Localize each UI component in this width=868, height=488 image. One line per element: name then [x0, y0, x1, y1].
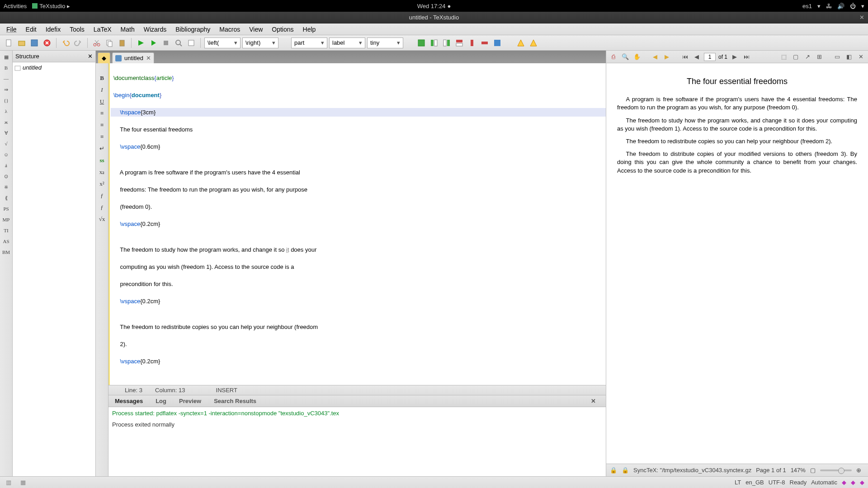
table-icon[interactable]	[416, 38, 427, 48]
label-combo[interactable]: label	[329, 38, 365, 48]
st-17[interactable]: AS	[1, 237, 12, 246]
structure-root[interactable]: untitled	[13, 62, 95, 73]
last-page-icon[interactable]: ⏭	[742, 52, 751, 61]
menu-idefix[interactable]: Idefix	[41, 24, 65, 35]
msgtab-search[interactable]: Search Results	[208, 398, 263, 404]
warn1-icon[interactable]	[515, 38, 526, 48]
back-icon[interactable]: ◀	[651, 52, 660, 61]
prev-page-icon[interactable]: ◀	[692, 52, 701, 61]
stop-icon[interactable]	[160, 38, 171, 48]
superscript-button[interactable]: x²	[97, 180, 108, 188]
menu-tools[interactable]: Tools	[65, 24, 89, 35]
preview-close-icon[interactable]: ✕	[856, 52, 865, 61]
view-pdf-icon[interactable]	[173, 38, 184, 48]
st-4[interactable]: {}	[1, 96, 12, 105]
build-icon[interactable]	[135, 38, 146, 48]
st-18[interactable]: BM	[1, 248, 12, 257]
structure-close-icon[interactable]: ✕	[88, 53, 93, 60]
clock[interactable]: Wed 17:24	[417, 3, 446, 9]
st-9[interactable]: ☺	[1, 150, 12, 159]
col-left-icon[interactable]	[429, 38, 439, 48]
view-log-icon[interactable]	[186, 38, 197, 48]
warn2-icon[interactable]	[528, 38, 539, 48]
dock-icon[interactable]: ◧	[844, 52, 854, 61]
st-7[interactable]: ∀	[1, 128, 12, 137]
menu-wizards[interactable]: Wizards	[139, 24, 171, 35]
encoding-indicator[interactable]: UTF-8	[769, 479, 785, 486]
col-right-icon[interactable]	[441, 38, 452, 48]
st-15[interactable]: MP	[1, 215, 12, 224]
open-icon[interactable]	[16, 38, 27, 48]
align-center-button[interactable]: ≡	[97, 121, 108, 129]
menu-math[interactable]: Math	[116, 24, 139, 35]
delrow-icon[interactable]	[479, 38, 490, 48]
left-bracket-combo[interactable]: \left(	[204, 38, 241, 48]
merge-icon[interactable]	[492, 38, 503, 48]
lang-indicator[interactable]: en_GB	[745, 479, 764, 486]
fit-width-icon[interactable]: ⬚	[779, 52, 788, 61]
first-page-icon[interactable]: ⏮	[680, 52, 689, 61]
menu-file[interactable]: File	[2, 24, 21, 35]
st-16[interactable]: TI	[1, 226, 12, 235]
menu-bibliography[interactable]: Bibliography	[171, 24, 215, 35]
activities[interactable]: Activities	[4, 3, 27, 9]
save-icon[interactable]	[29, 38, 40, 48]
dfrac-button[interactable]: ƒ	[97, 203, 108, 211]
st-5[interactable]: λ	[1, 107, 12, 116]
align-right-button[interactable]: ≡	[97, 133, 108, 141]
layout2-icon[interactable]: ▦	[18, 479, 28, 487]
tiny-combo[interactable]: tiny	[367, 38, 403, 48]
st-8[interactable]: √	[1, 139, 12, 148]
st-3[interactable]: ⇒	[1, 85, 12, 94]
st-14[interactable]: PS	[1, 204, 12, 213]
subscript-button[interactable]: x₂	[97, 168, 108, 176]
msgtab-messages[interactable]: Messages	[108, 398, 149, 404]
bookmark3-icon[interactable]: ◆	[860, 479, 864, 486]
newline-button[interactable]: ↵	[97, 145, 108, 153]
auto-indicator[interactable]: Automatic	[811, 479, 837, 486]
st-6[interactable]: ж	[1, 117, 12, 127]
st-10[interactable]: á	[1, 161, 12, 170]
redo-icon[interactable]	[73, 38, 84, 48]
zoom-slider[interactable]	[820, 469, 852, 471]
window-icon[interactable]: ▭	[833, 52, 842, 61]
underline-button[interactable]: U	[97, 98, 108, 106]
bookmark-icon[interactable]: ◆	[98, 52, 110, 63]
menu-options[interactable]: Options	[267, 24, 298, 35]
row-icon[interactable]	[454, 38, 465, 48]
undo-icon[interactable]	[60, 38, 71, 48]
bookmark2-icon[interactable]: ◆	[851, 479, 855, 486]
menu-latex[interactable]: LaTeX	[89, 24, 116, 35]
fwd-icon[interactable]: ▶	[662, 52, 671, 61]
zoom-in-icon[interactable]: ⊕	[856, 467, 861, 474]
copy-icon[interactable]	[104, 38, 115, 48]
zoom-icon[interactable]: 🔍	[621, 52, 630, 61]
pdf-icon[interactable]: ⎙	[609, 52, 618, 61]
fit-icon[interactable]: ▢	[810, 467, 816, 474]
right-bracket-combo[interactable]: \right)	[242, 38, 278, 48]
messages-close-icon[interactable]: ✕	[585, 398, 602, 404]
st-2[interactable]: —	[1, 74, 12, 83]
msgtab-log[interactable]: Log	[149, 398, 173, 404]
hand-icon[interactable]: ✋	[632, 52, 642, 61]
lock2-icon[interactable]: 🔒	[622, 467, 629, 474]
menu-edit[interactable]: Edit	[21, 24, 41, 35]
italic-button[interactable]: I	[97, 86, 108, 94]
align-left-button[interactable]: ≡	[97, 109, 108, 117]
page-number-input[interactable]	[704, 53, 716, 61]
sqrt-button[interactable]: √x	[97, 215, 108, 223]
delcol-icon[interactable]	[467, 38, 477, 48]
menu-view[interactable]: View	[245, 24, 267, 35]
compile-icon[interactable]	[148, 38, 159, 48]
st-0[interactable]: ▦	[1, 52, 12, 61]
bookmark1-icon[interactable]: ◆	[842, 479, 846, 486]
menu-help[interactable]: Help	[298, 24, 321, 35]
close-icon[interactable]: ✕	[859, 14, 864, 21]
part-combo[interactable]: part	[291, 38, 327, 48]
msgtab-preview[interactable]: Preview	[173, 398, 208, 404]
st-12[interactable]: ※	[1, 183, 12, 192]
code-editor[interactable]: \documentclass{article} \begin{document}…	[108, 63, 606, 385]
layout1-icon[interactable]: ▥	[4, 479, 14, 487]
close-doc-icon[interactable]	[42, 38, 52, 48]
ss-button[interactable]: ss	[97, 156, 108, 164]
